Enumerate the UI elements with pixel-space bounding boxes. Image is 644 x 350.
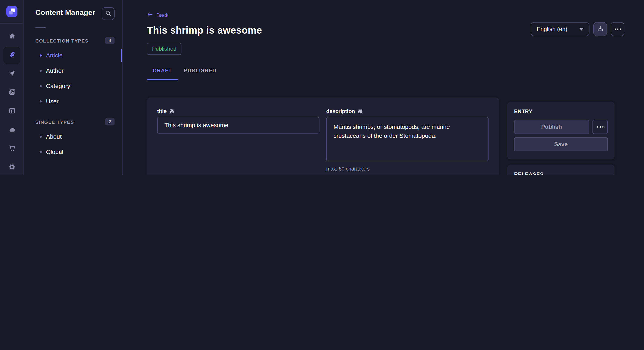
content-manager-subnav: Content Manager COLLECTION TYPES 4 Artic… (24, 0, 123, 175)
sidebar-item-label: Article (46, 52, 62, 59)
app-root: KD Content Manager COLLECTION TYPES 4 Ar… (0, 0, 644, 175)
nav-deploy[interactable] (4, 122, 20, 139)
field-label-text: description (326, 108, 355, 114)
releases-panel-title: RELEASES (514, 172, 608, 175)
status-badge: Published (147, 43, 182, 55)
save-button[interactable]: Save (514, 137, 608, 151)
more-icon (597, 126, 603, 128)
sidebar-item-label: User (46, 98, 58, 105)
chevron-down-icon (579, 28, 584, 30)
home-icon (8, 32, 16, 41)
back-arrow-icon (147, 11, 153, 19)
field-label-title: title (157, 107, 320, 115)
sidebar-item-category[interactable]: Category (24, 78, 122, 94)
sidebar-item-label: Category (46, 82, 70, 89)
nav-marketplace[interactable] (4, 140, 20, 157)
edit-form-card: title description Mantis shrimps, or sto… (146, 97, 499, 175)
field-label-description: description (326, 107, 488, 115)
logo-mark-2 (9, 11, 13, 14)
title-input[interactable] (157, 117, 320, 133)
bullet-icon (40, 136, 42, 138)
bullet-icon (40, 54, 42, 56)
subnav-divider (35, 27, 46, 28)
more-icon (614, 28, 621, 30)
tab-label: DRAFT (153, 67, 172, 73)
cloud-icon (8, 126, 16, 134)
field-label-text: title (157, 108, 166, 114)
paper-plane-icon (8, 70, 16, 78)
main-content: Back This shrimp is awesome Published En… (123, 0, 644, 175)
description-hint: max. 80 characters (326, 166, 488, 172)
tab-draft[interactable]: DRAFT (147, 67, 178, 80)
header-more-button[interactable] (611, 22, 624, 36)
sidebar-item-global[interactable]: Global (24, 144, 122, 160)
sidebar-item-author[interactable]: Author (24, 63, 122, 78)
tab-published[interactable]: PUBLISHED (178, 67, 222, 80)
cart-icon (8, 145, 16, 153)
search-button[interactable] (102, 7, 114, 20)
entry-panel-title: ENTRY (514, 108, 608, 114)
sidebar-item-label: Author (46, 67, 64, 74)
bullet-icon (40, 85, 42, 87)
back-label: Back (156, 12, 169, 18)
section-label-single-types: SINGLE TYPES (35, 119, 74, 124)
feather-icon (8, 51, 16, 59)
single-types-count-badge: 2 (105, 118, 114, 126)
sidebar-item-about[interactable]: About (24, 129, 122, 144)
nav-home[interactable] (4, 28, 20, 45)
layout-icon (8, 107, 16, 116)
sidebar-item-label: About (46, 133, 62, 140)
bullet-icon (40, 151, 42, 153)
collection-types-count-badge: 4 (105, 37, 114, 44)
entry-panel: ENTRY Publish Save (507, 102, 614, 160)
sidebar-item-user[interactable]: User (24, 94, 122, 109)
sidebar-item-label: Global (46, 149, 63, 155)
tab-label: PUBLISHED (184, 67, 216, 73)
releases-panel: RELEASES Will be published in Spring Sum… (507, 165, 614, 175)
download-button[interactable] (593, 22, 607, 36)
gear-icon (8, 163, 16, 172)
section-label-collection-types: COLLECTION TYPES (35, 38, 88, 43)
field-description: description Mantis shrimps, or stomatopo… (326, 107, 488, 172)
nav-content-type-builder[interactable] (4, 103, 20, 120)
active-indicator (121, 49, 122, 62)
locale-select[interactable]: English (en) (531, 22, 590, 36)
back-link[interactable]: Back (147, 11, 169, 19)
locale-value: English (en) (537, 26, 567, 32)
description-textarea[interactable]: Mantis shrimps, or stomatopods, are mari… (326, 117, 488, 161)
field-title: title (157, 107, 320, 172)
rail-divider (0, 23, 24, 24)
search-icon (105, 10, 111, 17)
download-icon (597, 25, 603, 33)
nav-rail: KD (0, 0, 24, 175)
entry-more-button[interactable] (592, 120, 608, 134)
bullet-icon (40, 100, 42, 102)
nav-content-manager[interactable] (4, 47, 20, 64)
globe-icon (358, 108, 363, 114)
globe-icon (169, 108, 175, 114)
strapi-logo[interactable] (6, 6, 18, 17)
sidebar-item-article[interactable]: Article (24, 48, 122, 63)
nav-settings[interactable] (4, 159, 20, 175)
images-icon (8, 88, 16, 97)
nav-releases[interactable] (4, 65, 20, 82)
bullet-icon (40, 70, 42, 72)
nav-media-library[interactable] (4, 84, 20, 101)
version-tabs: DRAFT PUBLISHED (147, 67, 644, 80)
tab-active-underline (147, 79, 178, 80)
publish-button[interactable]: Publish (514, 120, 589, 134)
